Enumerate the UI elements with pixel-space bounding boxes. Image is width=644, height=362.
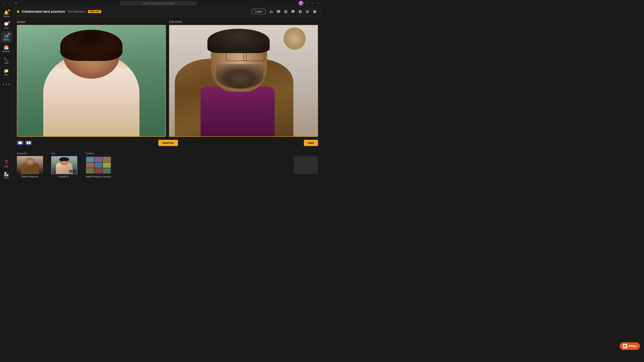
sidebar-item-calls[interactable]: 📞 Calls xyxy=(1,55,12,66)
content-cell-7 xyxy=(86,168,94,173)
chat-icon-button[interactable] xyxy=(290,8,296,15)
presenter-name: Babak Shammas xyxy=(22,175,38,178)
chat-badge: 1 xyxy=(8,21,10,23)
meeting-toolbar xyxy=(268,8,318,15)
sidebar-item-help[interactable]: ❓ Help xyxy=(1,158,12,169)
settings-icon-button[interactable] xyxy=(304,8,311,15)
content-cell-6 xyxy=(103,162,111,168)
maximize-button[interactable]: □ xyxy=(311,1,315,5)
mic-icon: 🎤 xyxy=(73,170,76,173)
sidebar-item-activity[interactable]: 🔔 Activity 2 xyxy=(1,8,12,19)
nav-forward-button[interactable]: › xyxy=(7,1,12,6)
you-label: You xyxy=(51,152,55,155)
calls-icon: 📞 xyxy=(4,57,9,61)
content-cell-5 xyxy=(94,162,102,168)
help-icon: ❓ xyxy=(4,160,9,165)
participant-presenter: Presenter Babak Shammas xyxy=(17,152,43,178)
sidebar-item-label: Activity xyxy=(3,15,10,17)
sidebar-item-label: Meetings xyxy=(2,50,10,52)
store-icon: 🏪 xyxy=(4,172,9,177)
meetings-icon: 📅 xyxy=(4,45,9,50)
sidebar-item-label: Help xyxy=(4,165,8,168)
meeting-title: Collaboration best practices xyxy=(22,10,65,13)
sidebar: 🔔 Activity 2 💬 Chat 1 👥 Teams 1 📅 Meetin… xyxy=(0,6,13,181)
app-shell: 🔔 Activity 2 💬 Chat 1 👥 Teams 1 📅 Meetin… xyxy=(0,6,322,181)
you-thumb[interactable]: 📷 🎤 xyxy=(51,156,77,174)
add-icon-button[interactable] xyxy=(297,8,304,15)
minimize-button[interactable]: — xyxy=(305,1,309,5)
camera-icon: 📷 xyxy=(69,170,72,173)
live-indicator xyxy=(17,10,19,13)
start-button[interactable]: Start xyxy=(304,140,318,146)
info-icon-button[interactable] xyxy=(312,8,318,15)
close-button[interactable]: ✕ xyxy=(316,1,320,5)
participants-icon-button[interactable] xyxy=(268,8,274,15)
prelive-badge: PRE-LIVE xyxy=(88,10,101,13)
titlebar-left: ‹ › ✎ xyxy=(2,1,18,6)
search-input[interactable] xyxy=(120,1,197,6)
avatar[interactable] xyxy=(299,1,304,6)
content-cell-9 xyxy=(103,168,111,173)
you-thumb-icons: 📷 🎤 xyxy=(69,170,76,173)
sidebar-item-label: Teams xyxy=(4,39,9,41)
participants-strip: Presenter Babak Shammas You xyxy=(13,149,322,181)
sidebar-item-more[interactable]: • • • xyxy=(1,79,12,90)
titlebar: ‹ › ✎ — □ ✕ xyxy=(0,0,322,6)
content-cell-1 xyxy=(86,157,94,162)
split-view-button[interactable] xyxy=(25,141,32,145)
you-name: Danielle B... xyxy=(58,175,70,178)
sidebar-item-files[interactable]: 📁 Files xyxy=(1,66,12,78)
live-event-panel: Live event xyxy=(169,20,318,137)
attendees-count: 3333 attendees xyxy=(68,10,86,13)
nav-back-button[interactable]: ‹ xyxy=(2,1,6,6)
qa-icon-button[interactable] xyxy=(275,8,282,15)
sidebar-item-meetings[interactable]: 📅 Meetings xyxy=(1,43,12,54)
sidebar-item-label: Store xyxy=(4,177,9,179)
content-cell-4 xyxy=(86,162,94,168)
live-event-video-frame xyxy=(169,25,318,137)
teams-badge: 1 xyxy=(8,32,10,35)
content-cell-8 xyxy=(94,168,102,173)
stage-controls: Send live Start xyxy=(13,137,322,149)
svg-rect-1 xyxy=(26,141,28,144)
content-label: Content xyxy=(85,152,94,155)
queue-label: Queue xyxy=(17,20,166,23)
content-thumb[interactable] xyxy=(85,156,112,174)
live-event-label: Live event xyxy=(169,20,318,23)
participant-content: Content xyxy=(85,152,112,178)
titlebar-center xyxy=(18,1,299,6)
files-icon: 📁 xyxy=(4,68,9,73)
presenter-thumb[interactable] xyxy=(17,156,43,174)
queue-video-frame xyxy=(17,25,166,137)
notes-icon-button[interactable] xyxy=(282,8,289,15)
stage-panels: Queue xyxy=(13,17,322,137)
content-name: Babek Shammas desktop xyxy=(86,175,111,178)
content-cell-3 xyxy=(103,157,111,162)
sidebar-item-teams[interactable]: 👥 Teams 1 xyxy=(1,31,12,43)
send-live-button[interactable]: Send live xyxy=(158,140,178,146)
svg-rect-0 xyxy=(18,142,22,144)
more-icon: • • • xyxy=(3,83,10,86)
svg-rect-2 xyxy=(29,141,30,144)
main-content: Collaboration best practices 3333 attend… xyxy=(13,6,322,181)
leave-button[interactable]: Leave xyxy=(252,9,266,14)
sidebar-item-store[interactable]: 🏪 Store xyxy=(1,170,12,181)
activity-badge: 2 xyxy=(8,9,10,12)
compose-button[interactable]: ✎ xyxy=(14,1,18,6)
sidebar-item-label: Files xyxy=(4,74,8,76)
sidebar-item-label: Chat xyxy=(4,27,8,29)
titlebar-nav: ‹ › xyxy=(2,1,12,6)
stage: Queue xyxy=(13,17,322,181)
single-view-button[interactable] xyxy=(17,141,23,145)
meeting-header: Collaboration best practices 3333 attend… xyxy=(13,6,322,17)
titlebar-right: — □ ✕ xyxy=(299,1,320,6)
participant-you: You 📷 🎤 Danielle B... xyxy=(51,152,77,178)
queue-panel: Queue xyxy=(17,20,166,137)
sidebar-item-label: Calls xyxy=(4,62,8,64)
presenter-label: Presenter xyxy=(17,152,27,155)
content-cell-2 xyxy=(94,157,102,162)
status-dot xyxy=(302,4,304,6)
sidebar-item-chat[interactable]: 💬 Chat 1 xyxy=(1,20,12,31)
content-grid xyxy=(85,156,112,174)
